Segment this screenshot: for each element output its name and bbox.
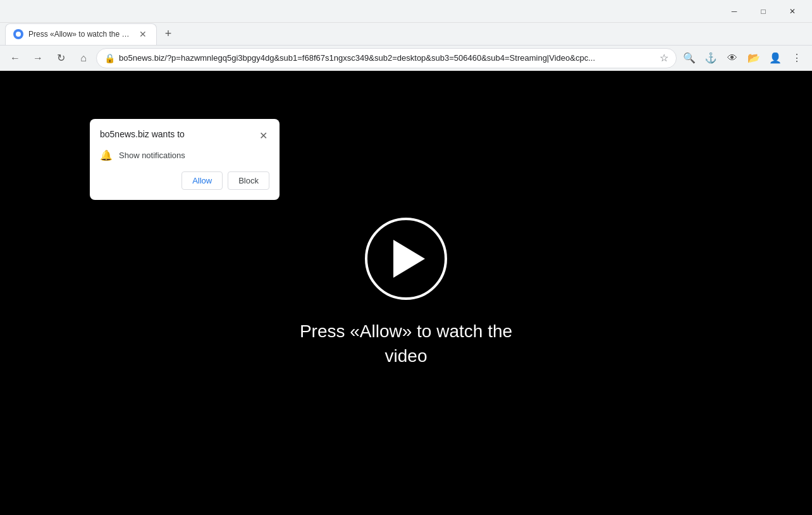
account-icon[interactable]: 👤 (765, 48, 785, 68)
active-tab[interactable]: Press «Allow» to watch the video ✕ (5, 23, 157, 45)
window-controls: ─ □ ✕ (720, 0, 807, 23)
tab-close-button[interactable]: ✕ (137, 28, 149, 40)
popup-permission-label: Show notifications (119, 151, 185, 160)
menu-icon[interactable]: ⋮ (787, 48, 807, 68)
new-tab-button[interactable]: + (159, 25, 177, 43)
zoom-icon[interactable]: 🔍 (679, 48, 699, 68)
minimize-button[interactable]: ─ (720, 0, 749, 23)
eye-icon[interactable]: 👁 (722, 48, 742, 68)
bookmark-icon[interactable]: ☆ (660, 52, 668, 64)
popup-permission-row: 🔔 Show notifications (100, 149, 269, 161)
popup-title: bo5news.biz wants to (100, 129, 185, 139)
nav-bar: ← → ↻ ⌂ 🔒 bo5news.biz/?p=hazwmnlegq5gi3b… (0, 46, 812, 71)
notification-popup: bo5news.biz wants to ✕ 🔔 Show notificati… (90, 119, 280, 200)
svg-point-0 (16, 32, 21, 37)
video-prompt-text: Press «Allow» to watch the video (300, 319, 512, 368)
toolbar-icons: 🔍 ⚓ 👁 📂 👤 ⋮ (679, 48, 807, 68)
allow-button[interactable]: Allow (181, 171, 223, 190)
forward-button[interactable]: → (28, 48, 48, 68)
block-button[interactable]: Block (228, 171, 269, 190)
popup-close-button[interactable]: ✕ (257, 129, 269, 142)
reload-button[interactable]: ↻ (51, 48, 71, 68)
tab-favicon (13, 29, 23, 39)
security-icon: 🔒 (104, 53, 115, 63)
maximize-button[interactable]: □ (749, 0, 778, 23)
title-bar: ─ □ ✕ (0, 0, 812, 23)
extensions-icon[interactable]: ⚓ (701, 48, 721, 68)
popup-actions: Allow Block (100, 171, 269, 190)
tab-bar: Press «Allow» to watch the video ✕ + (0, 23, 812, 46)
popup-header: bo5news.biz wants to ✕ (100, 129, 269, 142)
video-overlay: Press «Allow» to watch the video (300, 218, 512, 368)
home-button[interactable]: ⌂ (73, 48, 94, 68)
url-text: bo5news.biz/?p=hazwmnlegq5gi3bpgy4dg&sub… (119, 53, 656, 63)
close-button[interactable]: ✕ (778, 0, 807, 23)
play-button[interactable] (365, 218, 447, 300)
play-triangle-icon (393, 240, 425, 278)
back-button[interactable]: ← (5, 48, 25, 68)
address-bar[interactable]: 🔒 bo5news.biz/?p=hazwmnlegq5gi3bpgy4dg&s… (96, 48, 677, 68)
web-content: Press «Allow» to watch the video bo5news… (0, 71, 812, 515)
tab-title: Press «Allow» to watch the video (28, 30, 132, 39)
bell-icon: 🔔 (100, 149, 113, 161)
download-icon[interactable]: 📂 (744, 48, 764, 68)
